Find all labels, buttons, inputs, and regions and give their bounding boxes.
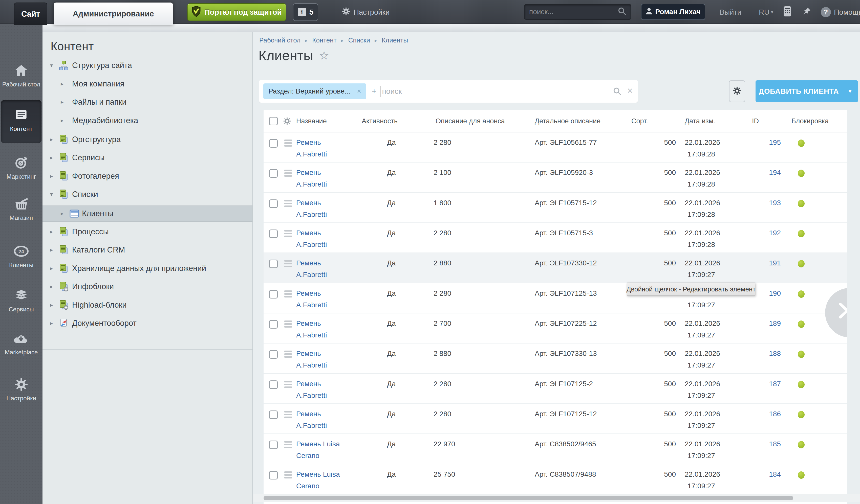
tab-admin-active[interactable]: Администрирование [54,2,173,25]
notifications-badge[interactable]: i 5 [293,3,318,21]
tree-item-структура-сайта[interactable]: ▾Структура сайта [43,57,253,74]
row-name-link-line2[interactable]: Cerano [296,482,319,490]
grid-settings-button[interactable] [729,80,745,102]
row-id-link[interactable]: 193 [752,199,781,207]
table-row[interactable]: РеменьA.FabrettiДа2 100Арт. ЭLF105920-35… [263,163,847,193]
help-button[interactable]: ? Помощь [821,0,860,24]
row-name-link[interactable]: Ремень [296,410,321,418]
row-checkbox[interactable] [269,471,278,479]
table-row[interactable]: РеменьA.FabrettiДа2 880Арт. ЭLF107330-13… [263,343,847,374]
table-row[interactable]: РеменьA.FabrettiДа2 280Арт. ЭLF107125-25… [263,374,847,404]
tree-item-label[interactable]: Списки [72,190,98,199]
tree-item-label[interactable]: Фотогалерея [72,172,119,181]
drag-handle-icon[interactable] [284,381,292,389]
drag-handle-icon[interactable] [284,230,292,238]
tree-item-процессы[interactable]: ▸Процессы [43,224,253,240]
breadcrumb-link[interactable]: Рабочий стол [259,36,301,44]
row-checkbox[interactable] [269,320,278,329]
tree-expand-arrow-icon[interactable]: ▸ [50,136,53,143]
sidebar-item-магазин[interactable]: Магазин [1,193,42,221]
tree-collapse-arrow-icon[interactable]: ▾ [50,191,53,198]
breadcrumb-link[interactable]: Клиенты [382,36,408,44]
tree-item-каталоги-crm[interactable]: ▸Каталоги CRM [43,242,253,258]
row-name-link-line2[interactable]: A.Fabretti [296,391,327,400]
sidebar-item-контент[interactable]: Контент [1,100,42,143]
row-name-link[interactable]: Ремень [296,320,321,328]
logout-link[interactable]: Выйти [720,0,741,24]
tree-expand-arrow-icon[interactable]: ▸ [50,247,53,253]
tree-item-label[interactable]: Процессы [72,227,109,236]
row-checkbox[interactable] [269,290,278,298]
tree-item-списки[interactable]: ▾Списки [43,186,253,203]
filter-bar[interactable]: Раздел: Верхний урове... × + поиск × [259,80,638,103]
drag-handle-icon[interactable] [284,441,292,449]
tree-item-клиенты[interactable]: ▸Клиенты [43,206,253,222]
col-header-active[interactable]: Активность [362,117,398,125]
add-client-button[interactable]: ДОБАВИТЬ КЛИЕНТА ▼ [756,80,858,102]
col-header-name[interactable]: Название [296,117,327,125]
tree-item-label[interactable]: Файлы и папки [72,98,127,107]
tree-item-label[interactable]: Каталоги CRM [72,246,125,254]
tree-expand-arrow-icon[interactable]: ▸ [50,173,53,179]
breadcrumb-link[interactable]: Контент [312,36,336,44]
sidebar-item-маркетинг[interactable]: Маркетинг [1,152,42,180]
row-checkbox[interactable] [269,199,278,208]
tree-expand-arrow-icon[interactable]: ▸ [50,154,53,161]
tree-expand-arrow-icon[interactable]: ▸ [61,117,63,124]
row-checkbox[interactable] [269,350,278,359]
row-name-link[interactable]: Ремень Luisa [296,440,340,448]
tree-item-highload-блоки[interactable]: ▸Highload-блоки [43,297,253,313]
chevron-down-icon[interactable]: ▼ [842,88,858,94]
tree-expand-arrow-icon[interactable]: ▸ [50,228,53,235]
tree-item-моя-компания[interactable]: ▸Моя компания [43,76,253,92]
row-id-link[interactable]: 186 [752,410,781,418]
horizontal-scrollbar[interactable] [263,496,793,500]
tree-collapse-arrow-icon[interactable]: ▾ [50,62,53,69]
row-name-link-line2[interactable]: A.Fabretti [296,361,327,369]
row-checkbox[interactable] [269,229,278,238]
user-menu[interactable]: Роман Лихач [641,4,705,20]
row-name-link[interactable]: Ремень [296,350,321,358]
tree-item-label[interactable]: Оргструктура [72,135,121,144]
tree-item-сервисы[interactable]: ▸Сервисы [43,150,253,166]
topbar-settings-button[interactable]: Настройки [342,0,389,24]
row-name-link[interactable]: Ремень [296,380,321,388]
favorite-star-icon[interactable]: ☆ [319,49,329,61]
tree-expand-arrow-icon[interactable]: ▸ [61,210,63,217]
row-id-link[interactable]: 192 [752,229,781,237]
tree-item-label[interactable]: Инфоблоки [72,282,114,291]
tree-item-инфоблоки[interactable]: ▸Инфоблоки [43,279,253,295]
tree-item-label[interactable]: Highload-блоки [72,300,127,310]
col-header-detail[interactable]: Детальное описание [535,117,601,125]
tree-item-label[interactable]: Хранилище данных для приложений [72,264,206,273]
breadcrumb-link[interactable]: Списки [348,36,370,44]
tree-item-label[interactable]: Моя компания [72,79,125,88]
tree-item-label[interactable]: Структура сайта [72,61,132,70]
chip-close-icon[interactable]: × [357,87,361,95]
tree-item-label[interactable]: Клиенты [82,209,113,218]
row-name-link[interactable]: Ремень [296,229,321,237]
row-id-link[interactable]: 185 [752,440,781,448]
col-header-date[interactable]: Дата изм. [685,117,715,125]
sidebar-item-настройки[interactable]: Настройки [1,374,42,402]
drag-handle-icon[interactable] [284,291,292,299]
gear-icon[interactable] [283,117,291,127]
row-name-link[interactable]: Ремень [296,259,321,267]
tree-expand-arrow-icon[interactable]: ▸ [50,265,53,272]
row-name-link[interactable]: Ремень [296,290,321,297]
tree-item-label[interactable]: Сервисы [72,153,104,162]
tree-item-документооборот[interactable]: ▸Документооборот [43,315,253,331]
row-id-link[interactable]: 195 [752,138,781,147]
row-id-link[interactable]: 184 [752,470,781,478]
row-checkbox[interactable] [269,411,278,419]
col-header-lock[interactable]: Блокировка [791,117,829,125]
row-name-link[interactable]: Ремень [296,168,321,177]
drag-handle-icon[interactable] [284,200,292,208]
row-id-link[interactable]: 190 [752,290,781,297]
drag-handle-icon[interactable] [284,169,292,178]
row-checkbox[interactable] [269,381,278,389]
row-id-link[interactable]: 187 [752,380,781,388]
sidebar-item-marketplace[interactable]: Marketplace [1,328,42,356]
table-row[interactable]: РеменьA.FabrettiДа2 880Арт. ЭLF107330-12… [263,253,847,283]
table-row[interactable]: РеменьA.FabrettiДа2 280Арт. ЭLF107125-12… [263,404,847,434]
